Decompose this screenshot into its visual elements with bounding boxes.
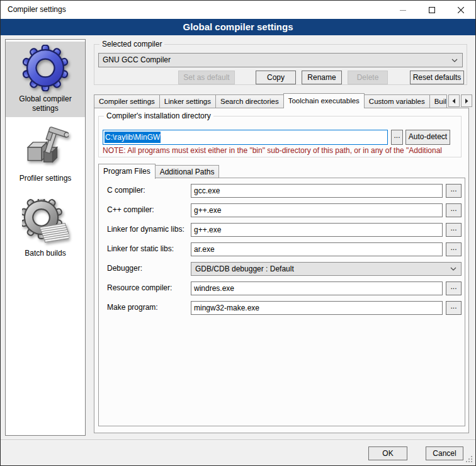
installation-directory-group-label: Compiler's installation directory — [104, 111, 213, 120]
reset-defaults-button[interactable]: Reset defaults — [410, 71, 464, 84]
programs-tab-strip: Program Files Additional Paths — [98, 163, 218, 178]
set-as-default-button[interactable]: Set as default — [178, 71, 235, 84]
program-row-make-program: Make program: ... — [99, 301, 465, 315]
title-bar[interactable]: Compiler settings — [1, 1, 475, 19]
program-row-c-compiler: C compiler: ... — [99, 184, 465, 198]
program-row-resource-compiler: Resource compiler: ... — [99, 281, 465, 295]
install-dir-browse-button[interactable]: ... — [391, 130, 403, 145]
make-program-input[interactable] — [191, 301, 443, 315]
cancel-button[interactable]: Cancel — [426, 446, 463, 460]
dynamic-linker-input[interactable] — [191, 223, 443, 237]
field-label: C++ compiler: — [107, 205, 154, 214]
tab-additional-paths[interactable]: Additional Paths — [155, 165, 220, 178]
tab-search-directories[interactable]: Search directories — [215, 94, 284, 108]
sidebar-item-label: Global compiler settings — [6, 93, 85, 113]
auto-detect-button[interactable]: Auto-detect — [405, 130, 450, 145]
compiler-settings-dialog: Compiler settings Global compiler settin… — [0, 0, 476, 466]
window-title: Compiler settings — [8, 1, 66, 19]
minimize-button[interactable] — [388, 1, 417, 19]
field-label: Make program: — [107, 303, 158, 312]
program-row-static-linker: Linker for static libs: ... — [99, 242, 465, 256]
minimize-icon — [400, 7, 406, 13]
rename-button[interactable]: Rename — [302, 71, 342, 84]
cpp-compiler-input[interactable] — [191, 203, 443, 217]
arrow-right-icon — [464, 98, 469, 104]
resource-compiler-input[interactable] — [191, 281, 443, 295]
selected-compiler-group: Selected compiler GNU GCC Compiler Set a… — [94, 44, 467, 85]
compiler-select-value: GNU GCC Compiler — [103, 55, 171, 64]
field-label: C compiler: — [107, 186, 145, 195]
chevron-down-icon — [450, 267, 456, 271]
sidebar-item-profiler-settings[interactable]: Profiler settings — [6, 121, 85, 187]
arrow-left-icon — [451, 98, 456, 104]
debugger-select[interactable]: GDB/CDB debugger : Default — [191, 262, 462, 276]
sidebar-item-label: Batch builds — [6, 247, 85, 258]
sidebar-item-label: Profiler settings — [6, 173, 85, 183]
settings-tab-strip: Compiler settings Linker settings Search… — [94, 93, 472, 108]
make-program-browse-button[interactable]: ... — [446, 301, 462, 315]
static-linker-input[interactable] — [191, 242, 443, 256]
close-button[interactable] — [446, 1, 475, 19]
tab-linker-settings[interactable]: Linker settings — [159, 94, 216, 108]
static-linker-browse-button[interactable]: ... — [446, 242, 462, 256]
tab-custom-variables[interactable]: Custom variables — [364, 94, 430, 108]
dynamic-linker-browse-button[interactable]: ... — [446, 223, 462, 237]
settings-category-list: Global compiler settings — [5, 39, 86, 436]
bin-subdirectory-note: NOTE: All programs must exist either in … — [103, 146, 457, 155]
c-compiler-input[interactable] — [191, 184, 443, 198]
install-dir-input[interactable]: C:\raylib\MinGW — [103, 130, 388, 145]
close-icon — [458, 7, 464, 13]
ok-button[interactable]: OK — [368, 446, 407, 460]
tab-build-options[interactable]: Build options — [429, 94, 447, 108]
delete-button[interactable]: Delete — [348, 71, 388, 84]
tab-compiler-settings[interactable]: Compiler settings — [94, 94, 160, 108]
footer-divider — [1, 440, 475, 441]
program-files-page: C compiler: ... C++ compiler: ... Linker… — [98, 178, 465, 426]
maximize-button[interactable] — [417, 1, 446, 19]
tab-program-files[interactable]: Program Files — [98, 164, 156, 179]
cpp-compiler-browse-button[interactable]: ... — [446, 203, 462, 217]
resource-compiler-browse-button[interactable]: ... — [446, 281, 462, 295]
sidebar-item-batch-builds[interactable]: Batch builds — [6, 196, 85, 262]
blue-gear-icon — [22, 45, 69, 91]
chevron-down-icon — [451, 59, 458, 62]
tab-scroll-buttons — [448, 94, 472, 107]
toolchain-executables-page: Compiler's installation directory C:\ray… — [94, 108, 469, 433]
gear-paper-stack-icon — [22, 199, 69, 246]
tab-scroll-right-button[interactable] — [461, 94, 472, 107]
page-title: Global compiler settings — [1, 19, 475, 35]
sidebar-item-global-compiler-settings[interactable]: Global compiler settings — [6, 42, 85, 117]
maximize-icon — [429, 7, 435, 13]
window-controls — [388, 1, 475, 19]
tab-scroll-left-button[interactable] — [448, 94, 460, 107]
resize-grip[interactable] — [466, 456, 467, 457]
program-row-cpp-compiler: C++ compiler: ... — [99, 203, 465, 217]
program-row-debugger: Debugger: GDB/CDB debugger : Default — [99, 262, 465, 276]
debugger-select-value: GDB/CDB debugger : Default — [195, 264, 294, 273]
c-compiler-browse-button[interactable]: ... — [446, 184, 462, 198]
field-label: Resource compiler: — [107, 283, 172, 292]
installation-directory-group: Compiler's installation directory C:\ray… — [98, 116, 462, 157]
install-dir-selected-text: C:\raylib\MinGW — [105, 132, 161, 143]
field-label: Linker for dynamic libs: — [107, 225, 184, 234]
selected-compiler-group-label: Selected compiler — [99, 40, 164, 48]
tab-toolchain-executables[interactable]: Toolchain executables — [283, 93, 365, 108]
compiler-select[interactable]: GNU GCC Compiler — [98, 53, 463, 67]
field-label: Debugger: — [107, 264, 142, 273]
caliper-blocks-icon — [22, 124, 69, 171]
field-label: Linker for static libs: — [107, 244, 174, 253]
copy-button[interactable]: Copy — [256, 71, 296, 84]
program-row-dynamic-linker: Linker for dynamic libs: ... — [99, 223, 465, 237]
